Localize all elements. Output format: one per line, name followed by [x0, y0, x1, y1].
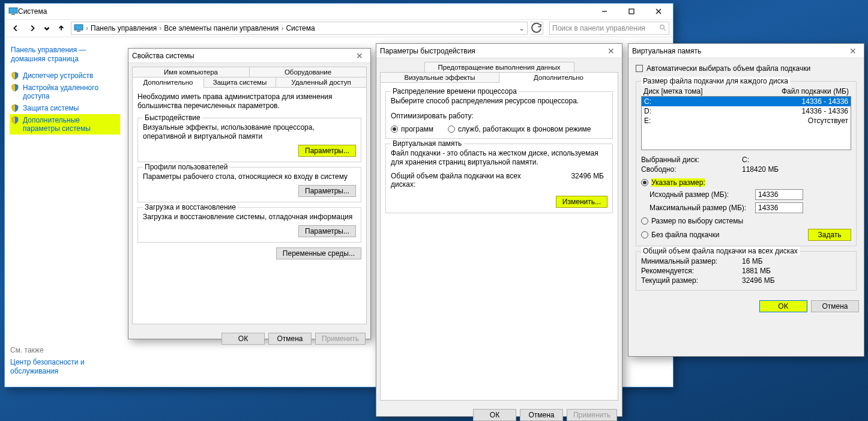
- tab-dep[interactable]: Предотвращение выполнения данных: [424, 62, 574, 73]
- close-button[interactable]: ✕: [604, 46, 618, 56]
- radio-system-size[interactable]: Размер по выбору системы: [641, 217, 743, 225]
- initial-size-input[interactable]: [755, 189, 803, 200]
- close-button[interactable]: ✕: [352, 50, 367, 61]
- ok-button[interactable]: OK: [759, 300, 807, 312]
- intro-text: Необходимо иметь права администратора дл…: [137, 92, 361, 111]
- back-button[interactable]: [8, 21, 23, 35]
- svg-rect-4: [77, 31, 80, 32]
- tabs-row1: Имя компьютера Оборудование: [132, 67, 367, 77]
- max-size-label: Максимальный размер (МБ):: [649, 204, 752, 212]
- scheduling-text: Выберите способ распределения ресурсов п…: [391, 97, 607, 106]
- cancel-button[interactable]: Отмена: [520, 409, 563, 421]
- breadcrumb-segment[interactable]: Все элементы панели управления: [164, 24, 279, 32]
- radio-no-paging[interactable]: Без файла подкачки: [641, 231, 808, 239]
- shield-icon: [11, 116, 19, 124]
- tab-remote[interactable]: Удаленный доступ: [276, 77, 367, 88]
- per-drive-legend: Размер файла подкачки для каждого диска: [641, 77, 790, 85]
- sidebar-item-label: Настройка удаленного доступа: [23, 83, 119, 100]
- min-size-value: 16 МБ: [742, 257, 763, 265]
- max-size-input[interactable]: [755, 202, 803, 213]
- vmem-legend: Виртуальная память: [391, 139, 463, 148]
- sidebar-item-protection[interactable]: Защита системы: [10, 102, 120, 114]
- up-button[interactable]: [54, 21, 68, 35]
- recommended-label: Рекомендуется:: [641, 267, 737, 275]
- system-icon: [8, 7, 18, 16]
- history-dropdown[interactable]: [42, 21, 52, 35]
- env-vars-button[interactable]: Переменные среды...: [276, 247, 361, 259]
- close-button[interactable]: ✕: [846, 46, 860, 56]
- selected-drive-label: Выбранный диск:: [641, 156, 737, 164]
- svg-rect-2: [629, 9, 634, 14]
- startup-settings-button[interactable]: Параметры...: [298, 225, 356, 237]
- minimize-button[interactable]: [591, 4, 618, 19]
- free-space-label: Свободно:: [641, 165, 737, 174]
- tab-hardware[interactable]: Оборудование: [250, 67, 367, 77]
- current-size-value: 32496 МБ: [742, 276, 775, 285]
- tab-protection[interactable]: Защита системы: [204, 77, 276, 88]
- breadcrumb-segment[interactable]: Система: [286, 24, 315, 32]
- radio-programs[interactable]: программ: [391, 125, 433, 133]
- performance-text: Визуальные эффекты, использование процес…: [143, 123, 356, 141]
- startup-legend: Загрузка и восстановление: [143, 203, 238, 211]
- svg-rect-3: [74, 25, 83, 30]
- auto-manage-checkbox[interactable]: Автоматически выбирать объем файла подка…: [636, 64, 810, 73]
- dialog-title: Свойства системы: [132, 52, 352, 60]
- explorer-titlebar: Система: [5, 4, 673, 19]
- breadcrumb-segment[interactable]: Панель управления: [91, 24, 157, 32]
- see-also-link[interactable]: Центр безопасности и обслуживания: [10, 358, 124, 376]
- performance-settings-button[interactable]: Параметры...: [298, 145, 356, 157]
- sidebar-item-remote[interactable]: Настройка удаленного доступа: [10, 82, 120, 102]
- maximize-button[interactable]: [618, 4, 645, 19]
- sidebar: Панель управления — домашняя страница Ди…: [5, 37, 125, 387]
- explorer-title: Система: [18, 7, 591, 16]
- address-bar[interactable]: › Панель управления › Все элементы панел…: [71, 22, 528, 35]
- drive-list[interactable]: C:14336 - 14336 D:14336 - 14336 E:Отсутс…: [641, 96, 851, 150]
- cancel-button[interactable]: Отмена: [811, 300, 859, 312]
- forward-button[interactable]: [25, 21, 40, 35]
- selected-drive-value: C:: [742, 156, 749, 164]
- explorer-toolbar: › Панель управления › Все элементы панел…: [5, 19, 673, 37]
- vmem-text: Файл подкачки - это область на жестком д…: [391, 149, 607, 167]
- refresh-button[interactable]: [530, 22, 543, 35]
- sidebar-item-label: Дополнительные параметры системы: [23, 116, 119, 133]
- drive-row[interactable]: E:Отсутствует: [642, 116, 851, 126]
- drive-row[interactable]: C:14336 - 14336: [642, 97, 851, 106]
- profiles-settings-button[interactable]: Параметры...: [298, 185, 356, 197]
- see-also-header: См. также: [10, 346, 124, 358]
- dialog-titlebar: Виртуальная память ✕: [628, 44, 864, 58]
- svg-rect-1: [11, 14, 15, 15]
- shield-icon: [11, 104, 19, 112]
- profiles-text: Параметры рабочего стола, относящиеся ко…: [143, 172, 356, 181]
- sidebar-item-advanced[interactable]: Дополнительные параметры системы: [10, 114, 120, 135]
- startup-text: Загрузка и восстановление системы, отлад…: [143, 213, 356, 222]
- search-box[interactable]: Поиск в панели управления: [549, 22, 669, 35]
- profiles-legend: Профили пользователей: [143, 163, 229, 171]
- performance-options-dialog: Параметры быстродействия ✕ Предотвращени…: [376, 43, 622, 417]
- dialog-titlebar: Параметры быстродействия ✕: [376, 44, 622, 58]
- radio-custom-size[interactable]: Указать размер:: [641, 178, 705, 187]
- shield-icon: [11, 71, 19, 80]
- optimize-label: Оптимизировать работу:: [391, 112, 607, 120]
- tabs-row1: Предотвращение выполнения данных: [380, 62, 618, 72]
- tab-advanced[interactable]: Дополнительно: [132, 77, 204, 88]
- total-legend: Общий объем файла подкачки на всех диска…: [641, 247, 800, 255]
- tab-advanced[interactable]: Дополнительно: [499, 72, 618, 83]
- control-panel-home-link[interactable]: Панель управления — домашняя страница: [10, 43, 120, 70]
- tab-computer-name[interactable]: Имя компьютера: [132, 67, 250, 77]
- ok-button[interactable]: ОК: [473, 409, 516, 421]
- ok-button[interactable]: ОК: [222, 333, 265, 345]
- apply-button[interactable]: Применить: [315, 333, 366, 345]
- system-properties-dialog: Свойства системы ✕ Имя компьютера Оборуд…: [128, 48, 371, 339]
- sidebar-item-device-manager[interactable]: Диспетчер устройств: [10, 70, 120, 82]
- change-button[interactable]: Изменить...: [556, 196, 607, 208]
- virtual-memory-dialog: Виртуальная память ✕ Автоматически выбир…: [628, 43, 864, 357]
- cancel-button[interactable]: Отмена: [268, 333, 312, 345]
- close-button[interactable]: [645, 4, 672, 19]
- radio-services[interactable]: служб, работающих в фоновом режиме: [448, 125, 591, 133]
- apply-button[interactable]: Применить: [567, 409, 617, 421]
- initial-size-label: Исходный размер (МБ):: [649, 190, 752, 199]
- set-button[interactable]: Задать: [808, 229, 851, 241]
- tab-visual-effects[interactable]: Визуальные эффекты: [380, 72, 499, 83]
- shield-icon: [11, 83, 19, 92]
- drive-row[interactable]: D:14336 - 14336: [642, 106, 851, 116]
